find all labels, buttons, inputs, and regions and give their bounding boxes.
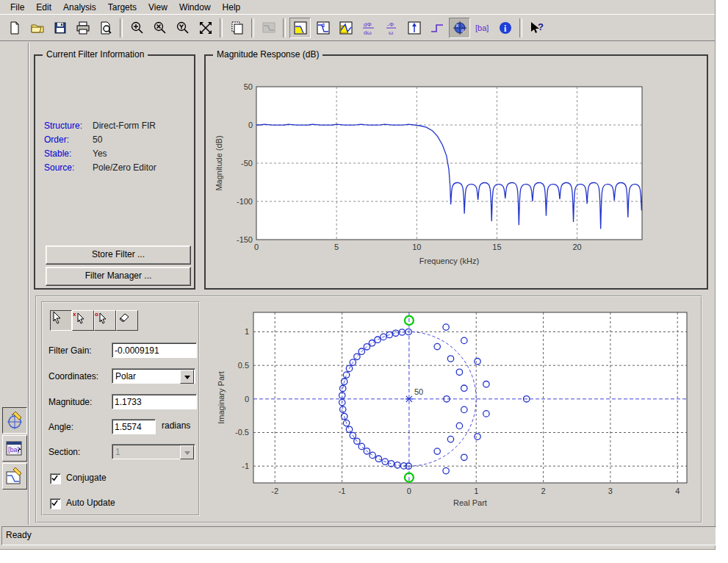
menu-view[interactable]: View xyxy=(143,1,173,14)
stable-value: Yes xyxy=(93,148,107,159)
print-preview-button[interactable] xyxy=(95,18,116,38)
svg-text:-2: -2 xyxy=(271,487,278,495)
phase-response-button[interactable] xyxy=(312,18,334,38)
store-filter-button[interactable]: Store Filter ... xyxy=(46,245,191,265)
svg-text:Magnitude (dB): Magnitude (dB) xyxy=(215,135,223,190)
svg-text:3: 3 xyxy=(608,487,613,495)
svg-text:10: 10 xyxy=(412,243,421,251)
svg-text:-50: -50 xyxy=(241,159,253,168)
print-to-figure-icon xyxy=(230,21,245,35)
status-text: Ready xyxy=(6,530,32,540)
zoom-in-button[interactable] xyxy=(126,18,148,38)
zoom-in-icon xyxy=(130,21,145,35)
svg-text:15: 15 xyxy=(492,243,501,251)
import-filter-icon: [ba] xyxy=(5,438,24,459)
filter-manager-button[interactable]: Filter Manager ... xyxy=(46,267,191,286)
svg-text:0: 0 xyxy=(248,121,253,129)
svg-text:-0.5: -0.5 xyxy=(235,428,249,437)
svg-text:0.5: 0.5 xyxy=(238,361,249,370)
full-view-icon xyxy=(198,21,213,35)
menu-help[interactable]: Help xyxy=(217,1,247,14)
menu-file[interactable]: File xyxy=(4,1,30,14)
toolbar-separator xyxy=(251,18,254,37)
svg-text:0: 0 xyxy=(245,395,249,404)
group-delay-button[interactable]: dΦdω xyxy=(358,18,379,38)
svg-text:o: o xyxy=(461,28,464,33)
filter-structure-row: Structure:Direct-Form FIR xyxy=(44,121,156,131)
magnitude-and-phase-response-button[interactable] xyxy=(335,18,356,38)
open-file-button[interactable] xyxy=(26,18,48,38)
pole-zero-editor-icon xyxy=(5,410,24,431)
pole-zero-plot-icon: xo xyxy=(453,21,467,35)
filter-source-row: Source:Pole/Zero Editor xyxy=(44,162,156,173)
filter-stable-row: Stable:Yes xyxy=(44,148,107,159)
new-file-icon xyxy=(7,21,22,35)
svg-text:0: 0 xyxy=(254,243,259,251)
filter-specifications-icon xyxy=(262,21,276,35)
status-bar: Ready xyxy=(1,526,716,545)
pole-zero-plot[interactable]: -2-10123410.50-0.5-1Real PartImaginary P… xyxy=(37,297,701,522)
full-view-button[interactable] xyxy=(195,18,216,38)
filter-specifications-button[interactable] xyxy=(258,18,279,38)
order-value: 50 xyxy=(93,135,102,145)
svg-text:20: 20 xyxy=(572,243,581,251)
svg-text:1: 1 xyxy=(245,327,249,336)
svg-text:Imaginary Part: Imaginary Part xyxy=(217,371,226,424)
impulse-response-icon xyxy=(407,21,422,35)
zoom-x-icon xyxy=(153,21,167,35)
filter-information-button[interactable]: i xyxy=(494,18,516,38)
phase-delay-button[interactable]: -Φω xyxy=(381,18,402,38)
svg-text:[ba]: [ba] xyxy=(8,446,19,453)
svg-text:5: 5 xyxy=(334,243,339,251)
sidebar-design-filter-button[interactable] xyxy=(2,463,27,490)
group-delay-icon: dΦdω xyxy=(361,20,377,36)
context-help-button[interactable]: ? xyxy=(526,18,547,38)
pole-multiplicity-label: 50 xyxy=(414,387,423,396)
toolbar: dΦdω -Φω xo [ba] i ? xyxy=(0,14,715,41)
magnitude-response-plot: 05101520500-50-100-150Frequency (kHz)Mag… xyxy=(206,56,704,284)
svg-text:?: ? xyxy=(538,21,544,32)
structure-label: Structure: xyxy=(44,121,93,131)
source-value: Pole/Zero Editor xyxy=(93,162,156,173)
print-button[interactable] xyxy=(72,18,93,38)
svg-text:4: 4 xyxy=(675,487,680,495)
screenshot-page: File Edit Analysis Targets View Window H… xyxy=(0,0,728,563)
pole-zero-editor-panel: x o Filter Gain: Coordinates: Polar Magn… xyxy=(35,295,702,523)
toolbar-separator xyxy=(220,18,223,37)
toolbar-separator xyxy=(283,18,286,37)
svg-text:x: x xyxy=(455,23,458,28)
zoom-x-button[interactable] xyxy=(149,18,170,38)
svg-text:-100: -100 xyxy=(237,197,253,206)
context-help-icon: ? xyxy=(528,21,546,35)
pole-zero-plot-button[interactable]: xo xyxy=(449,18,470,38)
step-response-icon xyxy=(430,21,444,35)
magnitude-response-panel: Magnitude Response (dB) 05101520500-50-1… xyxy=(204,54,708,290)
svg-text:50: 50 xyxy=(244,82,253,91)
new-file-button[interactable] xyxy=(4,18,25,38)
print-preview-icon xyxy=(98,21,113,35)
print-to-figure-button[interactable] xyxy=(226,18,248,38)
structure-value: Direct-Form FIR xyxy=(93,121,156,131)
menu-window[interactable]: Window xyxy=(173,1,217,14)
current-filter-information-panel: Current Filter Information Structure:Dir… xyxy=(34,54,195,290)
open-folder-icon xyxy=(30,21,45,35)
toolbar-separator xyxy=(120,18,123,37)
step-response-button[interactable] xyxy=(426,18,447,38)
menu-targets[interactable]: Targets xyxy=(102,1,143,14)
filter-coefficients-button[interactable]: [ba] xyxy=(472,18,493,38)
magnitude-response-button[interactable] xyxy=(289,18,311,38)
svg-text:-1: -1 xyxy=(242,462,249,470)
phase-response-icon xyxy=(316,21,331,35)
design-filter-icon xyxy=(5,466,24,487)
impulse-response-button[interactable] xyxy=(403,18,425,38)
sidebar-divider xyxy=(28,43,29,525)
zoom-y-button[interactable] xyxy=(172,18,193,38)
svg-text:Frequency (kHz): Frequency (kHz) xyxy=(419,257,479,265)
sidebar-pole-zero-editor-button[interactable] xyxy=(2,407,27,434)
sidebar-import-filter-button[interactable]: [ba] xyxy=(2,435,27,462)
save-button[interactable] xyxy=(49,18,71,38)
svg-text:ω: ω xyxy=(389,29,393,36)
menu-edit[interactable]: Edit xyxy=(30,1,57,14)
menu-analysis[interactable]: Analysis xyxy=(57,1,102,14)
filter-information-icon: i xyxy=(498,21,513,35)
